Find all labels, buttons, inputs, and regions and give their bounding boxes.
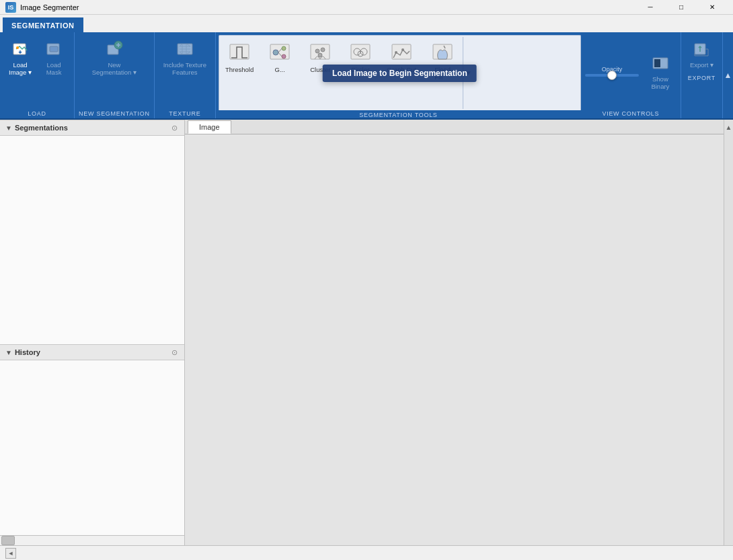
circles-tool-button[interactable]: Circles	[340, 37, 381, 77]
tab-segmentation[interactable]: SEGMENTATION	[3, 17, 83, 32]
content-body	[185, 134, 724, 545]
status-bar: ◄	[0, 545, 733, 560]
svg-point-11	[282, 54, 286, 58]
cluster-icon	[308, 40, 332, 65]
history-header-left: ▼ History	[5, 348, 40, 356]
view-controls-top: Opacity ShowBinary	[585, 35, 677, 108]
status-scroll-left[interactable]: ◄	[5, 548, 16, 559]
load-group-label: LOAD	[28, 108, 46, 117]
threshold-label: Threshold	[225, 66, 254, 73]
seg-tools-label: SEGMENTATION TOOLS	[216, 110, 581, 118]
load-mask-button[interactable]: LoadMask	[38, 35, 70, 80]
close-button[interactable]: ✕	[697, 0, 728, 15]
flood-fill-label: FloodFill	[434, 66, 451, 81]
threshold-tool-button[interactable]: Threshold	[219, 37, 260, 77]
ribbon-group-view-controls: Opacity ShowBinary VIEW CONTROLS	[581, 32, 681, 118]
ribbon-group-new-seg: NewSegmentation ▾ NEW SEGMENTATION	[75, 32, 155, 118]
new-seg-group-items: NewSegmentation ▾	[87, 35, 141, 108]
opacity-slider[interactable]	[585, 74, 639, 77]
graph-cut-2-label: Graph Cut	[387, 66, 416, 73]
svg-point-10	[282, 46, 286, 50]
graph-cut-tool-button[interactable]: G...	[260, 37, 300, 77]
graph-cut-icon	[268, 40, 292, 65]
cluster-label: Cluster	[310, 66, 330, 73]
flood-fill-tool-button[interactable]: FloodFill	[422, 37, 463, 84]
load-image-label: LoadImage ▾	[9, 61, 32, 77]
title-bar: IS Image Segmenter ─ □ ✕	[0, 0, 733, 15]
show-binary-label: ShowBinary	[651, 75, 669, 91]
segmentations-chevron: ▼	[5, 124, 12, 132]
svg-rect-3	[50, 46, 58, 52]
opacity-section: Opacity	[585, 66, 639, 77]
load-group-items: LoadImage ▾ LoadMask	[4, 35, 70, 108]
image-tab[interactable]: Image	[188, 120, 231, 134]
export-label: Export ▾	[690, 61, 713, 69]
ribbon-group-texture: Include TextureFeatures TEXTURE	[155, 32, 216, 118]
graph-cut-label-1: G...	[275, 66, 285, 73]
ribbon-group-export: Export ▾ EXPORT	[681, 32, 722, 118]
threshold-icon	[227, 40, 252, 65]
export-button[interactable]: Export ▾	[685, 35, 718, 72]
new-seg-group-label: NEW SEGMENTATION	[79, 108, 150, 117]
ribbon-tab-row: SEGMENTATION	[0, 15, 733, 32]
opacity-slider-thumb	[607, 71, 617, 80]
ribbon-group-load: LoadImage ▾ LoadMask LOAD	[0, 32, 75, 118]
content-tabs: Image	[185, 120, 724, 134]
graph-cut-2-tool-button[interactable]: Graph Cut	[381, 37, 422, 77]
left-panel-scroll-thumb[interactable]	[1, 536, 15, 545]
seg-tools-wrapper: Load Image to Begin Segmentation Thresho…	[216, 32, 581, 118]
history-title: History	[15, 348, 40, 356]
segmentations-header[interactable]: ▼ Segmentations ⊙	[0, 120, 184, 136]
load-mask-label: LoadMask	[46, 61, 62, 77]
load-image-icon	[9, 38, 31, 60]
svg-point-22	[401, 48, 404, 51]
history-options-icon[interactable]: ⊙	[169, 348, 179, 357]
texture-group-items: Include TextureFeatures	[159, 35, 211, 108]
load-image-button[interactable]: LoadImage ▾	[4, 35, 36, 80]
main-area: ▼ Segmentations ⊙ ▼ History ⊙	[0, 120, 733, 545]
title-bar-controls: ─ □ ✕	[635, 0, 728, 15]
cluster-tool-button[interactable]: Cluster	[300, 37, 340, 77]
ribbon-collapse-button[interactable]: ▲	[722, 32, 733, 118]
include-texture-icon	[174, 38, 196, 60]
svg-point-15	[318, 53, 322, 57]
show-binary-button[interactable]: ShowBinary	[644, 49, 677, 94]
title-bar-left: IS Image Segmenter	[5, 2, 79, 13]
export-icon	[691, 38, 712, 60]
window-title: Image Segmenter	[20, 3, 79, 11]
minimize-button[interactable]: ─	[635, 0, 666, 15]
include-texture-button[interactable]: Include TextureFeatures	[159, 35, 211, 80]
svg-point-9	[273, 50, 278, 55]
maximize-button[interactable]: □	[666, 0, 697, 15]
view-controls-label: VIEW CONTROLS	[602, 108, 659, 117]
svg-point-14	[321, 48, 325, 52]
new-segmentation-icon	[104, 38, 125, 60]
history-section: ▼ History ⊙	[0, 344, 184, 535]
load-mask-icon	[43, 38, 65, 60]
texture-group-label: TEXTURE	[169, 108, 200, 117]
left-panel: ▼ Segmentations ⊙ ▼ History ⊙	[0, 120, 185, 545]
circles-label: Circles	[351, 66, 371, 73]
new-segmentation-button[interactable]: NewSegmentation ▾	[87, 35, 141, 80]
segmentations-header-left: ▼ Segmentations	[5, 124, 68, 132]
graph-cut-2-icon	[389, 40, 414, 65]
history-body	[0, 360, 184, 535]
svg-point-13	[315, 49, 319, 53]
history-header[interactable]: ▼ History ⊙	[0, 344, 184, 360]
segmentations-title: Segmentations	[15, 124, 68, 132]
svg-point-1	[16, 46, 19, 49]
svg-point-21	[395, 51, 397, 54]
show-binary-icon	[650, 52, 671, 74]
segmentations-section: ▼ Segmentations ⊙	[0, 120, 184, 344]
segmentations-options-icon[interactable]: ⊙	[169, 123, 179, 132]
app-icon: IS	[5, 2, 16, 13]
seg-tools-inner: Load Image to Begin Segmentation Thresho…	[219, 35, 581, 110]
export-group-label: EXPORT	[688, 72, 716, 81]
svg-rect-25	[654, 59, 660, 67]
right-panel-collapse[interactable]: ▲	[724, 120, 733, 545]
history-chevron: ▼	[5, 349, 12, 356]
include-texture-label: Include TextureFeatures	[163, 61, 206, 77]
new-segmentation-label: NewSegmentation ▾	[92, 61, 137, 77]
seg-tools-dropdown[interactable]: ▼	[463, 37, 473, 109]
content-area: Image	[185, 120, 724, 545]
